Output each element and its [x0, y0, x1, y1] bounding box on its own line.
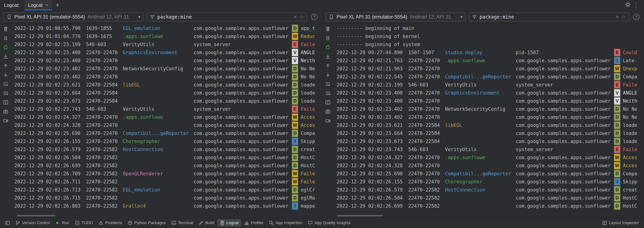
log-row[interactable]: 2022-12-29 02:02:26.57922470-22582HostCo… — [14, 145, 322, 154]
toolwindow-button-logcat[interactable]: Logcat — [217, 219, 241, 227]
log-row[interactable]: 2022-12-29 02:02:24.32722470-22470.apps.… — [336, 154, 644, 162]
log-row[interactable]: 2022-12-29 02:02:23.40222470-22470Networ… — [336, 105, 644, 113]
log-row[interactable]: 2022-12-29 02:02:23.62122470-22584libEGL… — [336, 121, 644, 129]
split-panels-icon[interactable] — [2, 99, 9, 105]
log-row[interactable]: 2022-12-29 02:02:26.70922470-22582OpenGL… — [14, 170, 322, 178]
log-row[interactable]: 2022-12-29 02:02:26.71522470-22582com.go… — [14, 194, 322, 202]
log-row[interactable]: 2022-12-29 02:02:26.15522470-22470Choreo… — [336, 178, 644, 186]
log-row[interactable]: 2022-12-29 02:02:23.66422470-22584com.go… — [336, 129, 644, 137]
favorite-filter-icon[interactable]: ☆ — [300, 14, 304, 20]
log-row[interactable]: 2022-12-29 02:02:23.40022470-22470com.go… — [14, 56, 322, 65]
scrollbar-thumb[interactable] — [337, 215, 383, 217]
pause-logcat-icon[interactable] — [2, 35, 9, 41]
clear-logcat-icon[interactable] — [2, 26, 9, 32]
toolwindow-button-python-packages[interactable]: Python Packages — [125, 219, 168, 227]
tab-logcat[interactable]: Logcat × — [24, 0, 52, 10]
log-table[interactable]: --------- beginning of main--------- beg… — [334, 23, 644, 217]
log-table[interactable]: 2022-12-29 01:00:55.7901639-1855EGL_emul… — [12, 23, 322, 217]
horizontal-scrollbar[interactable] — [12, 215, 320, 217]
log-row[interactable]: 2022-12-29 02:02:25.69022470-22470Compat… — [14, 129, 322, 137]
filter-funnel-icon[interactable] — [150, 14, 155, 19]
log-row[interactable]: 2022-12-29 02:02:26.58422470-22582com.go… — [14, 154, 322, 162]
horizontal-scrollbar[interactable] — [334, 215, 642, 217]
split-panels-icon[interactable] — [324, 99, 331, 105]
toolwindow-button-toolwindows[interactable] — [2, 219, 12, 227]
toolwindow-button-problems[interactable]: Problems — [96, 219, 125, 227]
log-row[interactable]: 2022-12-29 02:02:25.69022470-22470Compat… — [336, 170, 644, 178]
log-row[interactable]: 2022-12-29 02:02:26.71122470-22582com.go… — [14, 178, 322, 186]
help-icon[interactable]: ? — [310, 14, 318, 20]
formatting-options-icon[interactable] — [324, 90, 331, 96]
log-row[interactable]: 2022-12-29 02:02:23.40222470-22470Networ… — [14, 65, 322, 73]
log-row[interactable]: 2022-12-29 02:02:21.76322470-22470.apps.… — [336, 56, 644, 65]
scroll-to-end-icon[interactable] — [2, 54, 9, 59]
toolwindow-button-todo[interactable]: TODO — [72, 219, 96, 227]
previous-occurrence-icon[interactable] — [324, 63, 331, 69]
new-tab-button[interactable]: + — [52, 1, 63, 9]
log-row[interactable]: 2022-12-29 02:02:23.67322470-22584com.go… — [336, 137, 644, 145]
log-row[interactable]: 2022-12-29 01:00:55.7901639-1855EGL_emul… — [14, 24, 322, 32]
toolwindow-button-version-control[interactable]: Version Control — [13, 219, 52, 227]
log-row[interactable]: 2022-12-29 02:02:23.67322470-22584com.go… — [14, 97, 322, 105]
log-row[interactable]: 2022-12-29 01:01:04.7701639-1675.apps.su… — [14, 32, 322, 40]
log-row[interactable]: 2022-12-29 02:02:23.199546-603VerityUtil… — [336, 81, 644, 89]
log-row[interactable]: 2022-12-29 02:02:23.40022470-22470com.go… — [336, 97, 644, 105]
log-row[interactable]: 2022-12-29 02:02:24.32822470-22470com.go… — [336, 162, 644, 170]
log-row[interactable]: 2022-12-29 02:02:26.80322470-22582Grallo… — [14, 202, 322, 210]
filter-funnel-icon[interactable] — [472, 14, 477, 19]
toolwindow-button-app-inspection[interactable]: App Inspection — [266, 219, 305, 227]
log-row[interactable]: 2022-12-29 02:02:23.743546-603VerityUtil… — [336, 145, 644, 154]
clear-filter-icon[interactable]: × — [616, 14, 619, 20]
filter-field[interactable]: package:mine × ☆ — [147, 12, 307, 21]
more-options-icon[interactable]: ⋮ — [632, 2, 640, 9]
next-occurrence-icon[interactable] — [2, 72, 9, 78]
log-row[interactable]: 2022-12-29 02:02:23.40222470-22470com.go… — [14, 73, 322, 81]
formatting-options-icon[interactable] — [2, 90, 9, 96]
log-row[interactable]: 2022-12-29 02:02:21.96322470-22470com.go… — [336, 65, 644, 73]
log-row[interactable]: 2022-12-29 02:02:26.57922470-22582HostCo… — [336, 186, 644, 194]
log-row[interactable]: 2022-12-29 02:02:26.15522470-22470Choreo… — [14, 137, 322, 145]
help-icon[interactable]: ? — [632, 14, 640, 20]
log-row[interactable]: 2022-12-29 02:02:23.743546-603VerityUtil… — [14, 105, 322, 113]
log-row[interactable]: 2022-12-29 02:02:22.54522470-22470Compat… — [336, 73, 644, 81]
scrollbar-thumb[interactable] — [17, 215, 56, 217]
tab-close-icon[interactable]: × — [46, 2, 48, 8]
log-row[interactable]: 2022-12-29 02:02:26.71322470-22582EGL_em… — [14, 186, 322, 194]
log-row[interactable]: 2022-12-29 02:02:23.62122470-22584libEGL… — [14, 81, 322, 89]
soft-wrap-icon[interactable] — [2, 81, 9, 87]
log-row[interactable]: 2022-12-29 02:02:23.66422470-22584com.go… — [14, 89, 322, 97]
toolwindow-button-terminal[interactable]: Terminal — [169, 219, 196, 227]
filter-value[interactable]: package:mine — [480, 14, 514, 20]
clear-logcat-icon[interactable] — [324, 26, 331, 32]
scroll-to-end-icon[interactable] — [324, 54, 331, 59]
screenshot-icon[interactable] — [2, 109, 9, 115]
next-occurrence-icon[interactable] — [324, 72, 331, 78]
log-row[interactable]: 2022-12-29 02:02:24.32722470-22470.apps.… — [14, 113, 322, 121]
log-row[interactable]: --------- beginning of system — [336, 40, 644, 48]
log-row[interactable]: 2022-12-28 09:27:44.8901507-1507studio.d… — [336, 48, 644, 56]
device-selector[interactable]: Pixel XL API 31 (emulator-5554) Android … — [326, 12, 466, 21]
device-selector[interactable]: Pixel XL API 31 (emulator-5554) Android … — [4, 12, 143, 21]
log-row[interactable]: 2022-12-29 02:02:23.40022470-22470Graphi… — [14, 48, 322, 56]
soft-wrap-icon[interactable] — [324, 81, 331, 87]
log-row[interactable]: --------- beginning of main — [336, 24, 644, 32]
clear-filter-icon[interactable]: × — [294, 14, 297, 20]
log-row[interactable]: 2022-12-29 02:02:26.69922470-22582com.go… — [14, 162, 322, 170]
filter-value[interactable]: package:mine — [157, 14, 192, 20]
log-row[interactable]: 2022-12-29 02:02:26.58422470-22582com.go… — [336, 194, 644, 202]
restart-logcat-icon[interactable] — [2, 44, 9, 50]
toolwindow-button-app-quality-insights[interactable]: App Quality Insights — [305, 219, 353, 227]
previous-occurrence-icon[interactable] — [2, 63, 9, 69]
screen-record-icon[interactable] — [2, 118, 9, 124]
log-row[interactable]: --------- beginning of kernel — [336, 32, 644, 40]
log-row[interactable]: 2022-12-29 02:02:23.40022470-22470Graphi… — [336, 89, 644, 97]
toolwindow-button-profiler[interactable]: Profiler — [242, 219, 266, 227]
settings-gear-icon[interactable] — [624, 2, 632, 9]
screen-record-icon[interactable] — [324, 118, 331, 124]
toolwindow-button-build[interactable]: Build — [196, 219, 217, 227]
pause-logcat-icon[interactable] — [324, 35, 331, 41]
log-row[interactable]: 2022-12-29 02:02:26.69922470-22582com.go… — [336, 202, 644, 210]
favorite-filter-icon[interactable]: ☆ — [622, 14, 626, 20]
filter-field[interactable]: package:mine × ☆ — [469, 12, 629, 21]
log-row[interactable]: 2022-12-29 02:02:24.32822470-22470com.go… — [14, 121, 322, 129]
